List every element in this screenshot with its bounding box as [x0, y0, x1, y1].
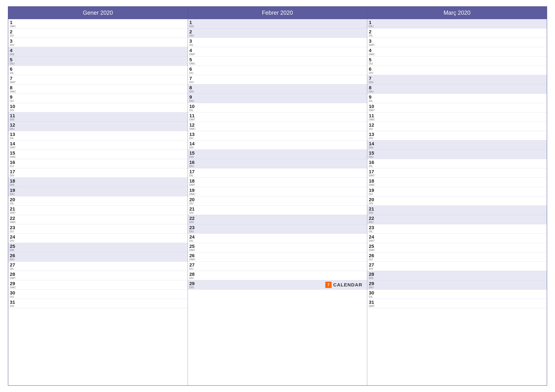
- day-row-0-13: 14DMT: [8, 140, 188, 150]
- day-row-1-28: 29DIS7CALENDAR: [188, 280, 367, 290]
- day-cell-0-10: 11DIS: [10, 113, 15, 121]
- day-abbr-0-0: DMC: [10, 25, 16, 28]
- day-row-2-0: 1DIU: [367, 19, 547, 29]
- day-row-2-27: 28DIS: [367, 271, 547, 280]
- day-row-1-6: 7DIV: [188, 75, 367, 84]
- day-number-0-25: 26: [10, 253, 15, 258]
- day-cell-0-17: 18DIS: [10, 178, 15, 186]
- day-row-1-13: 14DIV: [188, 140, 367, 150]
- day-row-2-6: 7DIS: [367, 75, 547, 84]
- day-abbr-1-0: DIS: [189, 25, 194, 28]
- day-abbr-2-13: DIS: [369, 146, 374, 149]
- day-row-0-8: 9DIJ: [8, 94, 188, 103]
- day-abbr-2-5: DIV: [369, 71, 373, 74]
- day-cell-0-12: 13DIL: [10, 132, 15, 140]
- day-abbr-1-6: DIV: [189, 81, 194, 84]
- day-row-0-20: 21DMT: [8, 206, 188, 215]
- day-number-0-13: 14: [10, 141, 16, 146]
- day-number-2-0: 1: [369, 20, 373, 25]
- day-abbr-2-12: DIV: [369, 137, 374, 140]
- day-row-1-4: 5DMC: [188, 57, 367, 66]
- day-cell-2-11: 12DIJ: [369, 122, 374, 130]
- day-cell-0-22: 23DIJ: [10, 225, 15, 233]
- day-row-1-3: 4DMT: [188, 47, 367, 57]
- day-number-0-7: 8: [10, 85, 16, 90]
- day-cell-0-19: 20DIL: [10, 197, 15, 205]
- day-cell-2-5: 6DIV: [369, 66, 373, 74]
- day-abbr-1-12: DIJ: [189, 137, 195, 140]
- day-cell-1-0: 1DIS: [189, 20, 194, 28]
- day-abbr-0-9: DIV: [10, 109, 15, 112]
- day-abbr-1-17: DMT: [189, 184, 195, 186]
- day-cell-1-10: 11DMT: [189, 113, 195, 121]
- day-row-2-30: 31DMT: [367, 299, 547, 308]
- day-cell-0-6: 7DMT: [10, 76, 16, 84]
- day-row-2-8: 9DIL: [367, 94, 547, 103]
- day-row-2-18: 19DIJ: [367, 187, 547, 196]
- day-abbr-0-20: DMT: [10, 212, 16, 214]
- day-row-0-16: 17DIV: [8, 168, 188, 178]
- day-row-2-22: 23DIL: [367, 224, 547, 234]
- day-cell-2-15: 16DIL: [369, 160, 374, 168]
- day-number-2-10: 11: [369, 113, 375, 118]
- day-abbr-2-22: DIL: [369, 230, 374, 233]
- day-cell-2-25: 26DIJ: [369, 253, 374, 261]
- day-row-2-10: 11DMC: [367, 112, 547, 122]
- day-abbr-1-11: DMC: [189, 128, 196, 130]
- day-row-2-21: 22DIU: [367, 215, 547, 224]
- day-number-0-17: 18: [10, 178, 15, 184]
- day-abbr-2-10: DMC: [369, 118, 375, 121]
- day-abbr-1-27: DIV: [189, 277, 195, 279]
- day-number-1-3: 4: [189, 48, 195, 53]
- day-number-2-5: 6: [369, 66, 373, 71]
- day-cell-1-2: 3DIL: [189, 38, 193, 46]
- day-cell-1-1: 2DIU: [189, 29, 194, 37]
- day-abbr-1-7: DIS: [189, 90, 194, 93]
- day-number-2-27: 28: [369, 271, 374, 277]
- day-number-1-8: 9: [189, 94, 194, 100]
- day-abbr-1-16: DIL: [189, 174, 195, 177]
- day-number-0-16: 17: [10, 169, 15, 174]
- day-number-2-22: 23: [369, 225, 374, 230]
- day-row-1-16: 17DIL: [188, 168, 367, 178]
- day-abbr-0-17: DIS: [10, 184, 15, 186]
- day-abbr-1-26: DIJ: [189, 267, 195, 270]
- day-abbr-0-26: DIL: [10, 267, 15, 270]
- day-abbr-1-25: DMC: [189, 258, 196, 261]
- day-abbr-2-11: DIJ: [369, 128, 374, 130]
- day-cell-2-4: 5DIJ: [369, 57, 373, 65]
- day-number-2-11: 12: [369, 122, 374, 128]
- day-number-2-21: 22: [369, 216, 374, 221]
- day-row-2-4: 5DIJ: [367, 57, 547, 66]
- days-container-0: 1DMC2DIJ3DIV4DIS5DIU6DIL7DMT8DMC9DIJ10DI…: [8, 19, 188, 385]
- day-cell-0-11: 12DIU: [10, 122, 15, 130]
- day-number-0-18: 19: [10, 188, 15, 193]
- day-row-0-17: 18DIS: [8, 178, 188, 187]
- day-number-1-27: 28: [189, 271, 195, 277]
- day-abbr-0-22: DIJ: [10, 230, 15, 233]
- day-cell-2-7: 8DIU: [369, 85, 373, 93]
- day-cell-2-22: 23DIL: [369, 225, 374, 233]
- day-number-0-11: 12: [10, 122, 15, 128]
- day-number-0-23: 24: [10, 234, 15, 239]
- day-abbr-2-18: DIJ: [369, 193, 374, 196]
- day-abbr-0-15: DIJ: [10, 165, 15, 168]
- day-cell-1-19: 20DIJ: [189, 197, 195, 205]
- days-container-2: 1DIU2DIL3DMT4DMC5DIJ6DIV7DIS8DIU9DIL10DM…: [367, 19, 547, 385]
- day-cell-0-28: 29DMC: [10, 281, 16, 289]
- day-row-0-12: 13DIL: [8, 131, 188, 140]
- day-number-1-20: 21: [189, 206, 195, 212]
- day-cell-1-21: 22DIS: [189, 216, 195, 223]
- day-number-0-30: 31: [10, 299, 15, 305]
- day-row-0-6: 7DMT: [8, 75, 188, 84]
- day-number-1-25: 26: [189, 253, 196, 258]
- day-number-1-10: 11: [189, 113, 195, 118]
- day-row-0-29: 30DIJ: [8, 290, 188, 299]
- day-cell-1-13: 14DIV: [189, 141, 195, 149]
- day-row-0-18: 19DIU: [8, 187, 188, 196]
- day-abbr-0-16: DIV: [10, 174, 15, 177]
- day-cell-2-2: 3DMT: [369, 38, 375, 46]
- day-abbr-2-17: DMC: [369, 184, 375, 186]
- day-row-1-8: 9DIU: [188, 94, 367, 103]
- calendar-logo: 7CALENDAR: [325, 282, 365, 288]
